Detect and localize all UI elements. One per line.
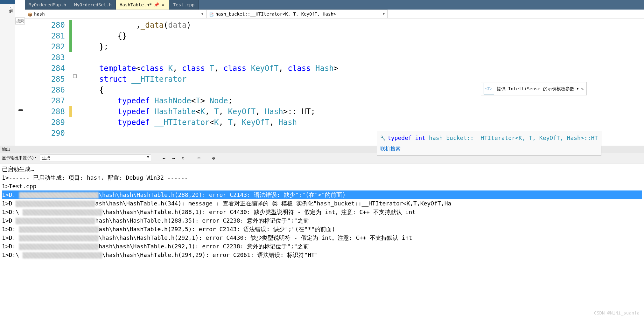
navigation-bar: hash ▼ hash_bucket::__HTIterator<K, T, K… [25, 10, 644, 18]
change-mark [69, 74, 72, 85]
settings-icon[interactable]: ⚙ [210, 155, 217, 161]
code-line[interactable]: typedef __HTIterator<K, T, KeyOfT, Hash [78, 117, 644, 128]
tooltip-text: typedef int hash_bucket::__HTIterator<K,… [388, 133, 598, 143]
scope-selector[interactable]: hash ▼ [25, 10, 206, 18]
member-selector[interactable]: hash_bucket::__HTIterator<K, T, KeyOfT, … [206, 10, 388, 18]
toggle-wrap-icon[interactable]: ⊞ [196, 155, 202, 161]
chevron-down-icon[interactable]: ▼ [147, 155, 149, 159]
struct-icon [209, 12, 214, 16]
change-mark [69, 20, 72, 31]
output-line[interactable]: 1>------ 已启动生成: 项目: hash, 配置: Debug Win3… [2, 173, 642, 182]
redacted-path [23, 252, 102, 259]
member-text: hash_bucket::__HTIterator<K, T, KeyOfT, … [215, 11, 336, 17]
chevron-down-icon[interactable]: ▼ [383, 12, 385, 16]
code-line[interactable]: ,_data(data) [78, 20, 644, 31]
output-line[interactable]: 1>D:\ \hash\hash\HashTable.h(288,1): err… [2, 208, 642, 216]
line-numbers: 280281282283284285286287288289290 [25, 18, 69, 146]
code-line[interactable]: }; [78, 41, 644, 52]
tab-hashtable[interactable]: HashTable.h* 📌 ✕ [116, 0, 169, 10]
tab-myorderedmap[interactable]: MyOrderedMap.h [25, 0, 70, 10]
output-line[interactable]: 1>D. \hash\hash\HashTable.h(288,20): err… [2, 190, 642, 199]
output-source-label: 显示输出来源(S): [2, 155, 37, 161]
output-content[interactable]: 已启动生成…1>------ 已启动生成: 项目: hash, 配置: Debu… [0, 163, 644, 260]
quickinfo-tooltip: typedef int hash_bucket::__HTIterator<K,… [377, 131, 601, 156]
code-line[interactable] [78, 52, 644, 63]
line-number: 282 [25, 41, 65, 52]
close-icon[interactable]: ✕ [161, 3, 165, 7]
edit-icon[interactable]: ✎ [581, 83, 584, 94]
redacted-path [19, 192, 99, 198]
tab-label: MyOrderedSet.h [74, 2, 112, 7]
change-mark [69, 41, 72, 52]
code-line[interactable]: {} [78, 31, 644, 41]
line-number: 281 [25, 31, 65, 41]
hint-text: 提供 IntelliSense 的示例模板参数 [497, 83, 574, 94]
chevron-down-icon[interactable]: ▼ [577, 83, 579, 94]
output-line[interactable]: 1>D: ash\hash\HashTable.h(292,5): error … [2, 225, 642, 233]
line-number: 280 [25, 20, 65, 31]
line-number: 285 [25, 74, 65, 85]
tab-label: HashTable.h* [120, 2, 152, 7]
next-message-icon[interactable]: ⇥ [170, 155, 177, 161]
line-number: 283 [25, 52, 65, 63]
change-mark [69, 106, 72, 117]
namespace-icon [28, 12, 32, 16]
change-indicator [69, 18, 73, 146]
folding-column: − [73, 18, 78, 146]
change-mark [69, 117, 72, 128]
line-number: 288 [25, 106, 65, 117]
code-line[interactable]: typedef HashNode<T> Node; [78, 95, 644, 106]
prev-message-icon[interactable]: ⇤ [161, 155, 167, 161]
line-number: 286 [25, 85, 65, 95]
redacted-path [19, 235, 99, 241]
output-line[interactable]: 1>D ash\hash\HashTable.h(344): message :… [2, 199, 642, 208]
code-line[interactable]: typedef HashTable<K, T, KeyOfT, Hash>:: … [78, 106, 644, 117]
line-number: 284 [25, 63, 65, 74]
file-tabs: MyOrderedMap.h MyOrderedSet.h HashTable.… [25, 0, 644, 10]
line-number: 287 [25, 95, 65, 106]
output-line[interactable]: 1>D. \hash\hash\HashTable.h(292,1): erro… [2, 233, 642, 242]
toolbox-tab[interactable]: 工具箱 [0, 0, 15, 4]
watermark: CSDN @NiNi_suanfa [594, 310, 640, 315]
code-editor[interactable]: 280281282283284285286287288289290 − <T> … [25, 18, 644, 146]
change-mark [69, 85, 72, 95]
change-mark [69, 128, 72, 139]
output-line[interactable]: 1>D:\ \hash\hash\HashTable.h(294,29): er… [2, 251, 642, 259]
redacted-path [16, 218, 95, 224]
intellisense-hint[interactable]: <T> 提供 IntelliSense 的示例模板参数 ▼ ✎ [481, 82, 587, 95]
change-mark [69, 95, 72, 106]
tab-label: MyOrderedMap.h [29, 2, 66, 7]
scope-text: hash [34, 11, 45, 17]
left-panel: 工具箱 解... [0, 0, 15, 146]
redacted-path [23, 209, 102, 216]
output-line[interactable]: 1>Test.cpp [2, 182, 642, 190]
output-line[interactable]: 1>D hash\hash\HashTable.h(288,35): error… [2, 216, 642, 225]
template-badge: <T> [484, 83, 494, 94]
code-line[interactable]: template<class K, class T, class KeyOfT,… [78, 63, 644, 74]
output-line[interactable]: 已启动生成… [2, 165, 642, 173]
tab-myorderedset[interactable]: MyOrderedSet.h [70, 0, 116, 10]
tab-testcpp[interactable]: Test.cpp [169, 0, 199, 10]
solution-tab[interactable]: 解... [0, 4, 15, 16]
breakpoint-margin[interactable] [18, 18, 24, 146]
output-line[interactable]: 1>D: hash\hash\HashTable.h(292,1): error… [2, 242, 642, 251]
line-number: 290 [25, 128, 65, 139]
redacted-path [16, 201, 95, 207]
online-search-link[interactable]: 联机搜索 [380, 143, 598, 154]
code-content[interactable]: <T> 提供 IntelliSense 的示例模板参数 ▼ ✎ typedef … [78, 18, 644, 146]
output-source-select[interactable]: 生成 ▼ [40, 154, 151, 162]
clear-icon[interactable]: ⊘ [180, 155, 186, 161]
change-mark [69, 63, 72, 74]
tab-label: Test.cpp [173, 2, 194, 7]
bookmark-marker[interactable] [18, 109, 23, 111]
line-number: 289 [25, 117, 65, 128]
pin-icon[interactable]: 📌 [154, 2, 159, 7]
redacted-path [19, 226, 99, 233]
wrench-icon [380, 132, 386, 143]
change-mark [69, 52, 72, 63]
redacted-path [19, 244, 99, 250]
collapse-toggle[interactable]: − [73, 74, 77, 78]
chevron-down-icon[interactable]: ▼ [201, 12, 203, 16]
change-mark [69, 31, 72, 41]
